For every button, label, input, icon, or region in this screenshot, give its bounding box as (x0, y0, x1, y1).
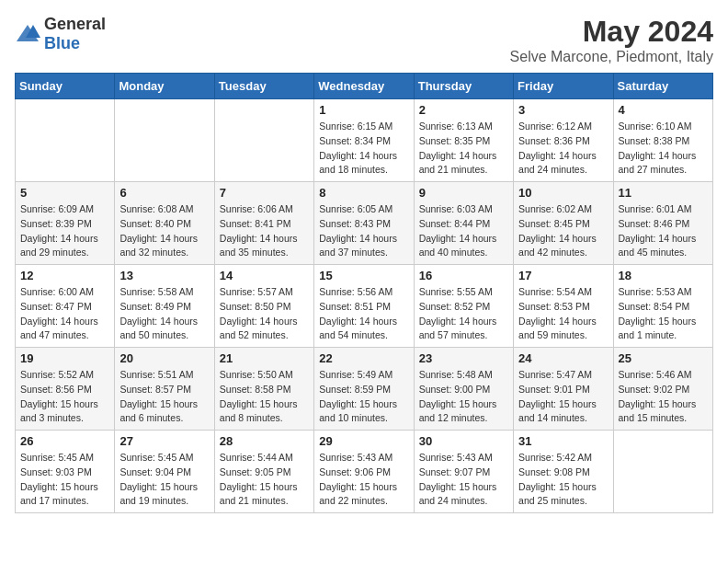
day-info: Sunrise: 5:57 AMSunset: 8:50 PMDaylight:… (220, 285, 309, 343)
day-cell: 9Sunrise: 6:03 AMSunset: 8:44 PMDaylight… (414, 182, 513, 265)
day-cell: 13Sunrise: 5:58 AMSunset: 8:49 PMDayligh… (115, 265, 214, 348)
day-cell: 18Sunrise: 5:53 AMSunset: 8:54 PMDayligh… (613, 265, 712, 348)
day-cell: 4Sunrise: 6:10 AMSunset: 8:38 PMDaylight… (613, 99, 712, 182)
day-info: Sunrise: 6:15 AMSunset: 8:34 PMDaylight:… (319, 120, 408, 178)
day-number: 27 (119, 434, 209, 448)
day-cell: 19Sunrise: 5:52 AMSunset: 8:56 PMDayligh… (16, 348, 115, 431)
day-cell: 21Sunrise: 5:50 AMSunset: 8:58 PMDayligh… (214, 348, 313, 431)
day-cell: 8Sunrise: 6:05 AMSunset: 8:43 PMDaylight… (314, 182, 414, 265)
week-row-4: 19Sunrise: 5:52 AMSunset: 8:56 PMDayligh… (16, 348, 713, 431)
day-number: 1 (319, 103, 408, 117)
day-number: 7 (220, 186, 309, 200)
day-info: Sunrise: 5:51 AMSunset: 8:57 PMDaylight:… (119, 368, 209, 426)
week-row-1: 1Sunrise: 6:15 AMSunset: 8:34 PMDaylight… (16, 99, 713, 182)
day-info: Sunrise: 5:55 AMSunset: 8:52 PMDaylight:… (419, 285, 508, 343)
day-number: 4 (619, 103, 708, 117)
day-cell: 15Sunrise: 5:56 AMSunset: 8:51 PMDayligh… (314, 265, 414, 348)
day-number: 22 (319, 351, 408, 365)
day-info: Sunrise: 5:45 AMSunset: 9:03 PMDaylight:… (20, 451, 109, 509)
logo: General Blue (15, 15, 106, 53)
week-row-3: 12Sunrise: 6:00 AMSunset: 8:47 PMDayligh… (16, 265, 713, 348)
day-number: 19 (20, 351, 109, 365)
day-cell: 20Sunrise: 5:51 AMSunset: 8:57 PMDayligh… (115, 348, 214, 431)
day-cell: 22Sunrise: 5:49 AMSunset: 8:59 PMDayligh… (314, 348, 414, 431)
calendar: SundayMondayTuesdayWednesdayThursdayFrid… (15, 73, 713, 513)
day-cell (16, 99, 115, 182)
day-info: Sunrise: 6:06 AMSunset: 8:41 PMDaylight:… (220, 202, 309, 260)
day-info: Sunrise: 5:43 AMSunset: 9:06 PMDaylight:… (319, 451, 408, 509)
day-info: Sunrise: 6:13 AMSunset: 8:35 PMDaylight:… (419, 120, 508, 178)
day-info: Sunrise: 5:42 AMSunset: 9:08 PMDaylight:… (518, 451, 608, 509)
day-cell: 30Sunrise: 5:43 AMSunset: 9:07 PMDayligh… (414, 431, 513, 513)
day-info: Sunrise: 5:43 AMSunset: 9:07 PMDaylight:… (419, 451, 508, 509)
day-number: 6 (119, 186, 209, 200)
day-info: Sunrise: 6:03 AMSunset: 8:44 PMDaylight:… (419, 202, 508, 260)
day-number: 8 (319, 186, 408, 200)
day-info: Sunrise: 5:53 AMSunset: 8:54 PMDaylight:… (619, 285, 708, 343)
day-info: Sunrise: 6:09 AMSunset: 8:39 PMDaylight:… (20, 202, 109, 260)
day-info: Sunrise: 6:00 AMSunset: 8:47 PMDaylight:… (20, 285, 109, 343)
title-area: May 2024 Selve Marcone, Piedmont, Italy (510, 15, 713, 65)
logo-icon (15, 21, 40, 47)
day-cell: 6Sunrise: 6:08 AMSunset: 8:40 PMDaylight… (115, 182, 214, 265)
day-cell: 2Sunrise: 6:13 AMSunset: 8:35 PMDaylight… (414, 99, 513, 182)
day-info: Sunrise: 5:46 AMSunset: 9:02 PMDaylight:… (619, 368, 708, 426)
day-cell: 26Sunrise: 5:45 AMSunset: 9:03 PMDayligh… (16, 431, 115, 513)
day-number: 3 (518, 103, 608, 117)
weekday-header-monday: Monday (115, 74, 214, 99)
day-cell: 17Sunrise: 5:54 AMSunset: 8:53 PMDayligh… (514, 265, 613, 348)
day-cell: 14Sunrise: 5:57 AMSunset: 8:50 PMDayligh… (214, 265, 313, 348)
weekday-header-friday: Friday (514, 74, 613, 99)
header: General Blue May 2024 Selve Marcone, Pie… (15, 15, 713, 65)
day-cell (115, 99, 214, 182)
day-number: 20 (119, 351, 209, 365)
day-info: Sunrise: 5:44 AMSunset: 9:05 PMDaylight:… (220, 451, 309, 509)
day-info: Sunrise: 6:12 AMSunset: 8:36 PMDaylight:… (518, 120, 608, 178)
subtitle: Selve Marcone, Piedmont, Italy (510, 49, 713, 65)
day-cell: 11Sunrise: 6:01 AMSunset: 8:46 PMDayligh… (613, 182, 712, 265)
week-row-2: 5Sunrise: 6:09 AMSunset: 8:39 PMDaylight… (16, 182, 713, 265)
day-number: 14 (220, 269, 309, 282)
day-number: 24 (518, 351, 608, 365)
weekday-header-wednesday: Wednesday (314, 74, 414, 99)
day-number: 31 (518, 434, 608, 448)
day-info: Sunrise: 6:10 AMSunset: 8:38 PMDaylight:… (619, 120, 708, 178)
day-cell: 27Sunrise: 5:45 AMSunset: 9:04 PMDayligh… (115, 431, 214, 513)
day-cell: 29Sunrise: 5:43 AMSunset: 9:06 PMDayligh… (314, 431, 414, 513)
day-cell: 12Sunrise: 6:00 AMSunset: 8:47 PMDayligh… (16, 265, 115, 348)
day-number: 12 (20, 269, 109, 282)
logo-general: General (44, 15, 106, 33)
logo-blue: Blue (44, 34, 80, 52)
day-number: 25 (619, 351, 708, 365)
day-info: Sunrise: 6:01 AMSunset: 8:46 PMDaylight:… (619, 202, 708, 260)
day-info: Sunrise: 6:02 AMSunset: 8:45 PMDaylight:… (518, 202, 608, 260)
day-info: Sunrise: 6:05 AMSunset: 8:43 PMDaylight:… (319, 202, 408, 260)
day-cell: 7Sunrise: 6:06 AMSunset: 8:41 PMDaylight… (214, 182, 313, 265)
day-number: 28 (220, 434, 309, 448)
day-number: 15 (319, 269, 408, 282)
day-number: 16 (419, 269, 508, 282)
day-cell: 23Sunrise: 5:48 AMSunset: 9:00 PMDayligh… (414, 348, 513, 431)
weekday-header-tuesday: Tuesday (214, 74, 313, 99)
day-number: 17 (518, 269, 608, 282)
day-number: 5 (20, 186, 109, 200)
weekday-header-saturday: Saturday (613, 74, 712, 99)
day-cell: 1Sunrise: 6:15 AMSunset: 8:34 PMDaylight… (314, 99, 414, 182)
week-row-5: 26Sunrise: 5:45 AMSunset: 9:03 PMDayligh… (16, 431, 713, 513)
day-number: 2 (419, 103, 508, 117)
day-cell: 31Sunrise: 5:42 AMSunset: 9:08 PMDayligh… (514, 431, 613, 513)
day-info: Sunrise: 5:50 AMSunset: 8:58 PMDaylight:… (220, 368, 309, 426)
day-cell: 3Sunrise: 6:12 AMSunset: 8:36 PMDaylight… (514, 99, 613, 182)
weekday-header-thursday: Thursday (414, 74, 513, 99)
day-info: Sunrise: 5:49 AMSunset: 8:59 PMDaylight:… (319, 368, 408, 426)
day-info: Sunrise: 5:56 AMSunset: 8:51 PMDaylight:… (319, 285, 408, 343)
day-number: 21 (220, 351, 309, 365)
day-cell: 25Sunrise: 5:46 AMSunset: 9:02 PMDayligh… (613, 348, 712, 431)
day-number: 29 (319, 434, 408, 448)
day-number: 23 (419, 351, 508, 365)
day-info: Sunrise: 6:08 AMSunset: 8:40 PMDaylight:… (119, 202, 209, 260)
day-cell: 28Sunrise: 5:44 AMSunset: 9:05 PMDayligh… (214, 431, 313, 513)
day-number: 18 (619, 269, 708, 282)
day-number: 11 (619, 186, 708, 200)
day-number: 13 (119, 269, 209, 282)
